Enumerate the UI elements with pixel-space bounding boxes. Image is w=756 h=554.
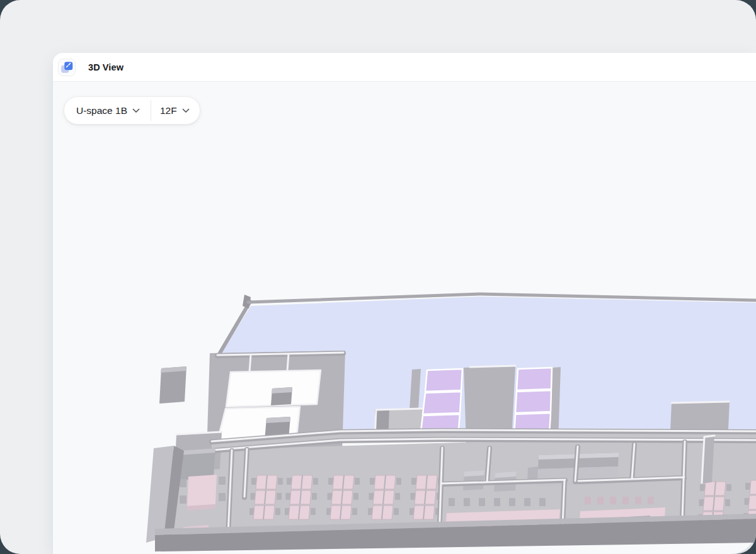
purple-room [425,369,462,392]
desktop-background: { "header": { "icon": "layers-3d-icon", … [0,0,756,554]
page: 3D View U-space 1B 12F [0,0,756,554]
meeting-table [187,475,217,506]
purple-room [515,390,551,413]
purple-room [423,392,461,414]
floorplan-3d-svg [0,0,756,554]
purple-room [517,368,552,390]
floorplan-canvas[interactable] [0,0,756,554]
